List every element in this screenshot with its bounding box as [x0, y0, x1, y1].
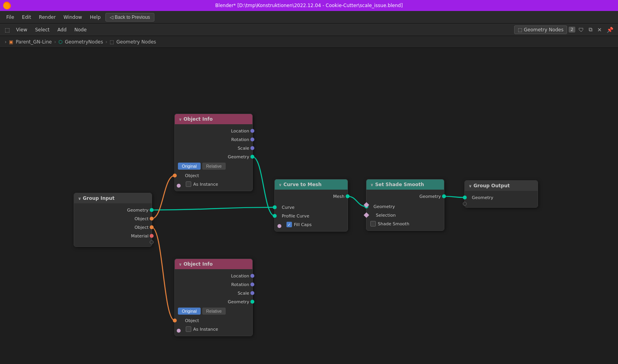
checkbox-instance-top[interactable] [186, 181, 191, 187]
group-input-node[interactable]: ∨ Group Input Geometry Object Object Mat… [74, 193, 152, 247]
breadcrumb-parent[interactable]: Parent_GN-Line [16, 39, 52, 45]
socket-input-instance-bot[interactable] [177, 329, 181, 333]
row-scale-top: Scale [175, 144, 252, 152]
node-canvas: ∨ Group Input Geometry Object Object Mat… [0, 48, 618, 364]
titlebar: Blender* [D:\tmp\Konstruktionen\2022.12.… [0, 0, 618, 11]
breadcrumb: › ▣ Parent_GN-Line › ⬡ GeometryNodes › ⬚… [0, 36, 618, 48]
breadcrumb-current[interactable]: Geometry Nodes [116, 39, 156, 45]
menu-window[interactable]: Window [60, 13, 85, 22]
object-info-top-title: Object Info [183, 116, 213, 122]
btn-relative-top[interactable]: Relative [202, 163, 226, 170]
close-icon[interactable]: ✕ [596, 26, 604, 34]
menubar: File Edit Render Window Help ◁ Back to P… [0, 11, 618, 24]
socket-rotation-top[interactable] [250, 138, 254, 141]
row-profile-curve-input: Profile Curve [275, 212, 348, 220]
btn-original-bot[interactable]: Original [178, 308, 201, 315]
row-geo-input-sss: Geometry [366, 202, 444, 211]
socket-rotation-bot[interactable] [250, 283, 254, 286]
menu-edit[interactable]: Edit [19, 13, 34, 22]
socket-geo-output-sss[interactable] [442, 194, 446, 198]
chevron-right-icon: › [5, 39, 7, 45]
socket-location-top[interactable] [250, 129, 254, 133]
chevron-icon: ∨ [279, 183, 282, 187]
group-output-body: Geometry [465, 191, 538, 207]
socket-scale-bot[interactable] [250, 291, 254, 295]
shield-icon[interactable]: 🛡 [577, 26, 585, 34]
socket-input-instance-top[interactable] [177, 184, 181, 188]
curve-to-mesh-body: Mesh Curve Profile Curve ✓ Fill Caps [275, 190, 348, 231]
socket-output-geometry[interactable] [150, 208, 154, 212]
node-row-geometry: Geometry [74, 206, 152, 214]
checkbox-shade-smooth[interactable] [370, 221, 376, 226]
socket-output-object2[interactable] [150, 225, 154, 229]
blender-logo [3, 2, 11, 9]
chevron-icon: ∨ [78, 196, 81, 201]
socket-input-object-top[interactable] [173, 174, 177, 177]
menu-select[interactable]: Select [32, 25, 53, 34]
chevron-icon: ∨ [370, 183, 373, 187]
socket-extra-go[interactable] [463, 202, 467, 206]
object-info-top-node[interactable]: ∨ Object Info Location Rotation Scale Ge… [174, 114, 253, 191]
checkbox-fill-caps[interactable]: ✓ [286, 222, 292, 227]
socket-geo-top[interactable] [250, 155, 254, 159]
editor-type-icon[interactable]: ⬚ [3, 26, 11, 34]
socket-geo-input-go[interactable] [463, 196, 467, 199]
checkbox-instance-bot[interactable] [186, 326, 191, 332]
copy-icon[interactable]: ⧉ [587, 25, 594, 34]
group-input-body: Geometry Object Object Material [74, 203, 152, 246]
set-shade-smooth-node[interactable]: ∨ Set Shade Smooth Geometry Geometry Sel… [366, 179, 444, 231]
row-object-input-bot: Object [175, 316, 252, 325]
node-row-material: Material [74, 232, 152, 240]
row-geo-bot: Geometry [175, 297, 252, 306]
socket-selection-input[interactable] [364, 212, 369, 218]
row-shade-smooth: Shade Smooth [366, 219, 444, 228]
row-mesh-output: Mesh [275, 192, 348, 201]
menu-help[interactable]: Help [87, 13, 103, 22]
breadcrumb-icon-mesh: ▣ [9, 39, 13, 45]
object-info-bottom-body: Location Rotation Scale Geometry Origina… [175, 269, 252, 336]
socket-profile-curve-input[interactable] [273, 214, 277, 218]
set-shade-smooth-header: ∨ Set Shade Smooth [366, 179, 444, 190]
socket-scale-top[interactable] [250, 146, 254, 150]
pin-icon[interactable]: 📌 [605, 26, 615, 34]
btn-original-top[interactable]: Original [178, 163, 201, 170]
curve-to-mesh-title: Curve to Mesh [283, 182, 321, 187]
socket-mesh-output[interactable] [346, 194, 350, 198]
socket-location-bot[interactable] [250, 274, 254, 278]
menu-node[interactable]: Node [71, 25, 90, 34]
socket-fill-caps-input[interactable] [277, 224, 281, 228]
row-selection-sss: Selection [366, 211, 444, 219]
menu-view[interactable]: View [13, 25, 30, 34]
breadcrumb-geo-nodes[interactable]: GeometryNodes [65, 39, 103, 45]
btn-relative-bot[interactable]: Relative [202, 308, 226, 315]
group-output-title: Group Output [473, 183, 510, 188]
row-rotation-top: Rotation [175, 135, 252, 144]
row-curve-input: Curve [275, 203, 348, 212]
menu-render[interactable]: Render [36, 13, 59, 22]
socket-curve-input[interactable] [273, 205, 277, 209]
back-to-previous-button[interactable]: ◁ Back to Previous [105, 13, 154, 22]
group-output-node[interactable]: ∨ Group Output Geometry [464, 180, 538, 208]
back-arrow-icon: ◁ [110, 14, 113, 20]
menu-file[interactable]: File [3, 13, 17, 22]
group-input-header: ∨ Group Input [74, 193, 152, 203]
socket-output-object1[interactable] [150, 217, 154, 221]
geo-nodes-dropdown[interactable]: ⬚ Geometry Nodes [514, 25, 567, 34]
geo-nodes-selector: ⬚ Geometry Nodes 2 🛡 ⧉ ✕ 📌 [514, 25, 615, 34]
menu-add[interactable]: Add [54, 25, 70, 34]
socket-input-object-bot[interactable] [173, 319, 177, 322]
curve-to-mesh-node[interactable]: ∨ Curve to Mesh Mesh Curve Profile Curve… [274, 179, 348, 232]
object-info-bottom-node[interactable]: ∨ Object Info Location Rotation Scale Ge… [174, 259, 253, 336]
socket-output-material[interactable] [150, 234, 154, 238]
row-geo-input-go: Geometry [465, 193, 538, 202]
socket-output-extra[interactable] [150, 240, 154, 244]
row-location-bot: Location [175, 272, 252, 280]
object-info-top-header: ∨ Object Info [175, 114, 252, 124]
row-as-instance-bot: As Instance [175, 325, 252, 333]
object-info-bottom-title: Object Info [183, 261, 213, 267]
object-info-bottom-buttons: Original Relative [175, 306, 252, 316]
row-geo-top: Geometry [175, 152, 252, 161]
socket-geo-bot[interactable] [250, 300, 254, 304]
node-row-object2: Object [74, 223, 152, 232]
row-object-input-top: Object [175, 171, 252, 180]
